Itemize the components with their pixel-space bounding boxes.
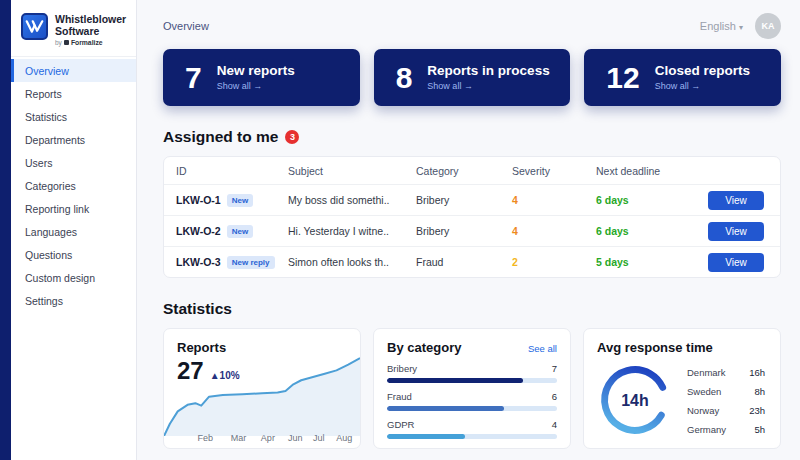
country-value: 8h bbox=[754, 386, 765, 397]
status-badge: New bbox=[227, 194, 253, 207]
bar-label: Fraud bbox=[387, 391, 412, 402]
country-label: Denmark bbox=[687, 367, 726, 378]
assigned-table: ID Subject Category Severity Next deadli… bbox=[163, 156, 781, 278]
col-subject: Subject bbox=[288, 165, 416, 177]
sidebar-item-users[interactable]: Users bbox=[11, 151, 136, 174]
brand-line2: Software bbox=[55, 25, 126, 37]
bar-fill bbox=[387, 406, 504, 411]
view-button[interactable]: View bbox=[708, 191, 764, 210]
country-label: Norway bbox=[687, 405, 719, 416]
sidebar-item-languages[interactable]: Languages bbox=[11, 220, 136, 243]
triangle-up-icon: ▲ bbox=[210, 370, 220, 381]
reports-chart-card: Reports 27 ▲10% Feb Mar Apr Jun Jul Aug bbox=[163, 328, 361, 449]
table-row: LKW-O-1New My boss did somethi.. Bribery… bbox=[164, 184, 780, 215]
severity-value: 2 bbox=[512, 256, 596, 268]
table-row: LKW-O-2New Hi. Yesterday I witne.. Bribe… bbox=[164, 215, 780, 246]
col-category: Category bbox=[416, 165, 512, 177]
show-all-link[interactable]: Show all → bbox=[427, 81, 549, 91]
sidebar-item-statistics[interactable]: Statistics bbox=[11, 105, 136, 128]
severity-value: 4 bbox=[512, 194, 596, 206]
col-id: ID bbox=[176, 165, 288, 177]
stat-card-new-reports: 7 New reports Show all → bbox=[163, 49, 360, 106]
country-row: Germany5h bbox=[687, 420, 767, 439]
stat-card-in-process: 8 Reports in process Show all → bbox=[374, 49, 571, 106]
report-category: Fraud bbox=[416, 256, 512, 268]
sidebar-item-reports[interactable]: Reports bbox=[11, 82, 136, 105]
col-deadline: Next deadline bbox=[596, 165, 708, 177]
bar-label: Bribery bbox=[387, 363, 417, 374]
stat-label: Closed reports bbox=[655, 64, 750, 79]
bar-fill bbox=[387, 378, 523, 383]
country-row: Norway23h bbox=[687, 401, 767, 420]
status-badge: New bbox=[227, 225, 253, 238]
report-id: LKW-O-3 bbox=[176, 256, 221, 268]
sidebar-item-settings[interactable]: Settings bbox=[11, 289, 136, 312]
chevron-down-icon: ▾ bbox=[739, 23, 743, 32]
assigned-section-header: Assigned to me 3 bbox=[163, 128, 781, 146]
stat-card-closed: 12 Closed reports Show all → bbox=[584, 49, 781, 106]
severity-value: 4 bbox=[512, 225, 596, 237]
report-subject: My boss did somethi.. bbox=[288, 194, 416, 206]
brand-company: Formalize bbox=[71, 39, 103, 46]
show-all-link[interactable]: Show all → bbox=[655, 81, 750, 91]
sidebar-item-custom-design[interactable]: Custom design bbox=[11, 266, 136, 289]
response-time-gauge: 14h bbox=[597, 362, 673, 438]
sidebar-nav: Overview Reports Statistics Departments … bbox=[11, 57, 136, 312]
deadline-value: 6 days bbox=[596, 194, 708, 206]
arrow-right-icon: → bbox=[253, 81, 262, 91]
bar-fill bbox=[387, 434, 465, 439]
by-category-card: By category See all Bribery7 Fraud6 GDPR… bbox=[373, 328, 571, 449]
stat-value: 8 bbox=[396, 61, 413, 95]
language-label: English bbox=[700, 20, 736, 32]
report-category: Bribery bbox=[416, 194, 512, 206]
sidebar-item-questions[interactable]: Questions bbox=[11, 243, 136, 266]
sidebar-item-reporting-link[interactable]: Reporting link bbox=[11, 197, 136, 220]
reports-chart-title: Reports bbox=[177, 340, 347, 355]
see-all-link[interactable]: See all bbox=[528, 343, 557, 354]
reports-total: 27 bbox=[177, 357, 204, 385]
view-button[interactable]: View bbox=[708, 253, 764, 272]
sidebar-item-departments[interactable]: Departments bbox=[11, 128, 136, 151]
sidebar-item-categories[interactable]: Categories bbox=[11, 174, 136, 197]
report-category: Bribery bbox=[416, 225, 512, 237]
category-bar-row: GDPR4 bbox=[387, 419, 557, 439]
statistics-section-header: Statistics bbox=[163, 300, 781, 318]
view-button[interactable]: View bbox=[708, 222, 764, 241]
country-value: 16h bbox=[749, 367, 765, 378]
main-content: Overview English ▾ KA 7 New reports Show… bbox=[138, 0, 800, 449]
stat-cards-row: 7 New reports Show all → 8 Reports in pr… bbox=[163, 49, 781, 106]
bar-value: 4 bbox=[552, 419, 557, 430]
stat-label: New reports bbox=[217, 64, 295, 79]
sidebar-item-overview[interactable]: Overview bbox=[11, 59, 136, 82]
stat-label: Reports in process bbox=[427, 64, 549, 79]
formalize-logo-icon bbox=[64, 40, 69, 45]
status-badge: New reply bbox=[227, 256, 275, 269]
country-row: Denmark16h bbox=[687, 363, 767, 382]
reports-change: ▲10% bbox=[210, 370, 240, 381]
country-label: Sweden bbox=[687, 386, 721, 397]
bar-label: GDPR bbox=[387, 419, 414, 430]
deadline-value: 5 days bbox=[596, 256, 708, 268]
col-severity: Severity bbox=[512, 165, 596, 177]
app-logo[interactable]: Whistleblower Software by Formalize bbox=[11, 0, 136, 57]
report-id: LKW-O-2 bbox=[176, 225, 221, 237]
report-subject: Simon often looks th.. bbox=[288, 256, 416, 268]
sidebar: Whistleblower Software by Formalize Over… bbox=[0, 0, 137, 460]
avatar[interactable]: KA bbox=[755, 13, 781, 39]
bar-value: 6 bbox=[552, 391, 557, 402]
statistics-title: Statistics bbox=[163, 300, 232, 318]
country-value: 5h bbox=[754, 424, 765, 435]
by-category-title: By category bbox=[387, 340, 461, 355]
topbar: Overview English ▾ KA bbox=[163, 13, 781, 39]
language-selector[interactable]: English ▾ bbox=[700, 20, 743, 32]
show-all-link[interactable]: Show all → bbox=[217, 81, 295, 91]
breadcrumb: Overview bbox=[163, 20, 209, 32]
assigned-count-badge: 3 bbox=[285, 130, 299, 144]
table-row: LKW-O-3New reply Simon often looks th.. … bbox=[164, 246, 780, 277]
deadline-value: 6 days bbox=[596, 225, 708, 237]
category-bar-row: Fraud6 bbox=[387, 391, 557, 411]
category-bar-row: Bribery7 bbox=[387, 363, 557, 383]
whistleblower-logo-icon bbox=[21, 13, 48, 40]
brand-byline: by bbox=[55, 39, 62, 46]
bar-value: 7 bbox=[552, 363, 557, 374]
